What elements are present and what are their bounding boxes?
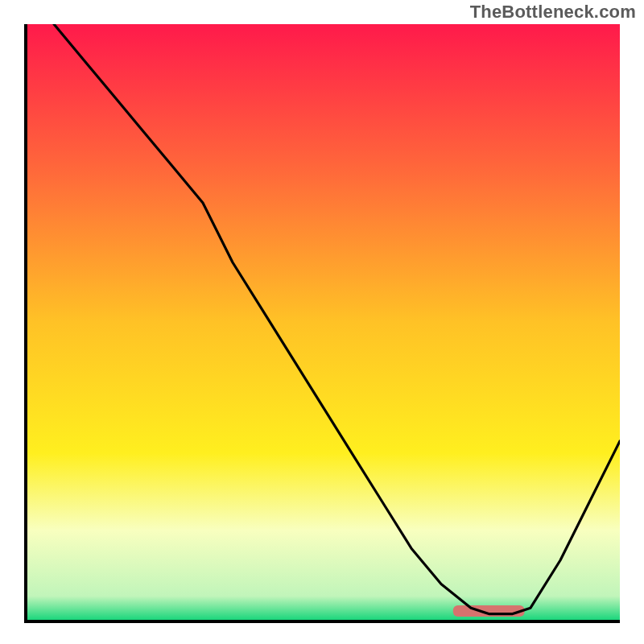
curve-layer <box>24 24 620 620</box>
x-axis <box>24 620 620 623</box>
chart-container: TheBottleneck.com <box>0 0 644 644</box>
plot-area <box>24 24 620 620</box>
y-axis <box>24 24 27 620</box>
bottleneck-curve <box>54 24 620 614</box>
watermark-text: TheBottleneck.com <box>470 2 636 23</box>
